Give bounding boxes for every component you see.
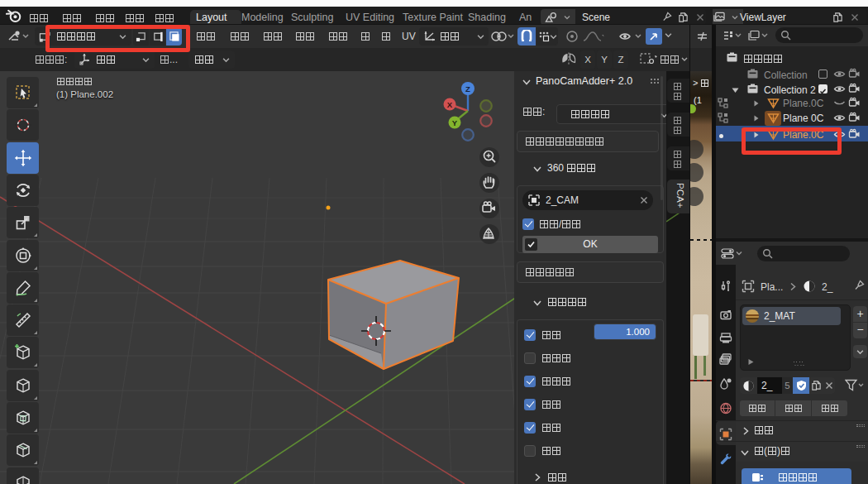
svg-text:X: X <box>447 100 453 109</box>
svg-text:Z: Z <box>465 84 470 93</box>
svg-text:Y: Y <box>452 118 458 127</box>
